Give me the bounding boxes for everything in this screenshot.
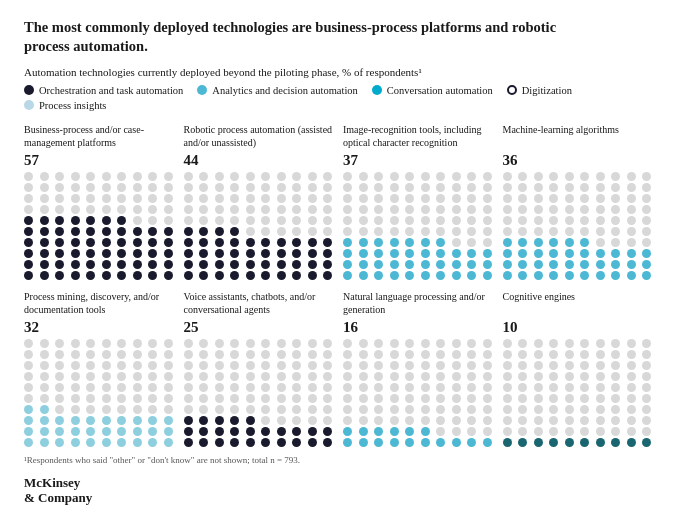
dot (421, 394, 430, 403)
chart-8-number: 10 (503, 320, 657, 335)
dot (343, 339, 352, 348)
dot (292, 405, 301, 414)
dot (596, 416, 605, 425)
dot (596, 350, 605, 359)
dot (642, 339, 651, 348)
dot (24, 339, 33, 348)
dot (261, 394, 270, 403)
dot (24, 427, 33, 436)
dot (148, 350, 157, 359)
dot (359, 172, 368, 181)
dot (565, 238, 574, 247)
dot (323, 260, 332, 269)
dot (483, 172, 492, 181)
dot (148, 394, 157, 403)
dot (611, 194, 620, 203)
dot (483, 394, 492, 403)
dot (611, 216, 620, 225)
dot (184, 405, 193, 414)
chart-5-number: 32 (24, 320, 178, 335)
dot (148, 438, 157, 447)
dot (467, 271, 476, 280)
dot (184, 205, 193, 214)
dot (390, 427, 399, 436)
dot (390, 416, 399, 425)
dot (71, 205, 80, 214)
dot (71, 216, 80, 225)
dot (642, 405, 651, 414)
dot (24, 372, 33, 381)
dot (184, 339, 193, 348)
dot (390, 438, 399, 447)
dot (483, 227, 492, 236)
dot (215, 438, 224, 447)
dot (184, 271, 193, 280)
dot (359, 427, 368, 436)
dot (148, 383, 157, 392)
dot (292, 339, 301, 348)
dot (374, 183, 383, 192)
dot (534, 260, 543, 269)
dot (292, 249, 301, 258)
dot (611, 383, 620, 392)
dot (246, 383, 255, 392)
dot (164, 383, 173, 392)
dot (503, 172, 512, 181)
dot (86, 260, 95, 269)
dot (277, 394, 286, 403)
dot (102, 183, 111, 192)
dot (359, 227, 368, 236)
dot (102, 271, 111, 280)
dot (627, 383, 636, 392)
dot (55, 372, 64, 381)
dot (343, 361, 352, 370)
dot (184, 350, 193, 359)
dot (24, 361, 33, 370)
dot (292, 238, 301, 247)
dot (24, 194, 33, 203)
dot (199, 427, 208, 436)
dot (390, 271, 399, 280)
dot (452, 372, 461, 381)
dot (503, 271, 512, 280)
dot (596, 194, 605, 203)
dot (55, 383, 64, 392)
dot (642, 205, 651, 214)
dot (148, 405, 157, 414)
dot (215, 427, 224, 436)
dot (642, 227, 651, 236)
dot (277, 271, 286, 280)
dot (117, 438, 126, 447)
dot (421, 172, 430, 181)
dot (261, 339, 270, 348)
dot (359, 405, 368, 414)
dot (534, 361, 543, 370)
chart-3: Image-recognition tools, including optic… (343, 123, 497, 280)
dot (359, 438, 368, 447)
dot (102, 383, 111, 392)
dot (215, 238, 224, 247)
dot (405, 416, 414, 425)
dot (261, 427, 270, 436)
dot (549, 372, 558, 381)
dot (642, 383, 651, 392)
dot (374, 249, 383, 258)
dot (390, 260, 399, 269)
dot (467, 361, 476, 370)
dot (199, 271, 208, 280)
dot (102, 249, 111, 258)
dot (580, 394, 589, 403)
dot (184, 383, 193, 392)
dot (343, 172, 352, 181)
dot (565, 339, 574, 348)
dot (343, 227, 352, 236)
dot (230, 372, 239, 381)
chart-1-dot-grid (24, 172, 178, 280)
dot (86, 416, 95, 425)
dot (24, 383, 33, 392)
dot (359, 216, 368, 225)
dot (436, 238, 445, 247)
dot (534, 350, 543, 359)
dot (483, 271, 492, 280)
chart-7-dot-grid (343, 339, 497, 447)
